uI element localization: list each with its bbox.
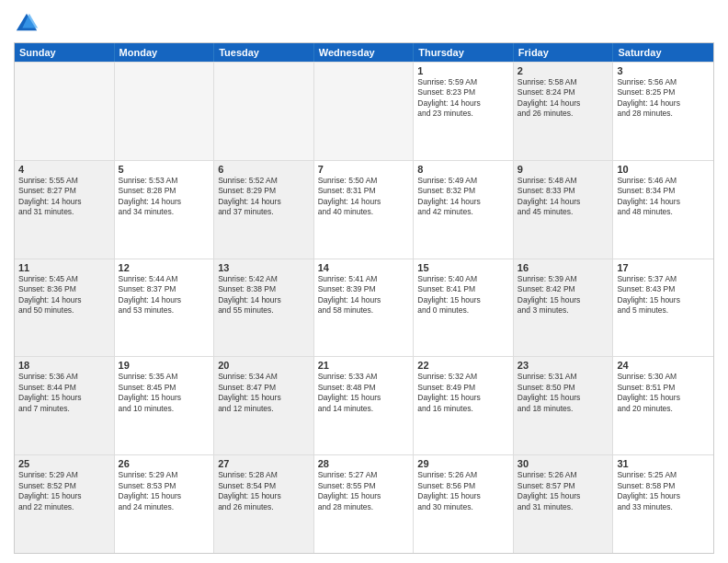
calendar-cell-1-6: 10Sunrise: 5:46 AM Sunset: 8:34 PM Dayli… xyxy=(613,161,713,259)
day-number: 26 xyxy=(119,458,210,469)
cell-info: Sunrise: 5:29 AM Sunset: 8:53 PM Dayligh… xyxy=(119,470,210,512)
cell-info: Sunrise: 5:44 AM Sunset: 8:37 PM Dayligh… xyxy=(119,274,210,316)
calendar-cell-0-2 xyxy=(214,63,314,160)
calendar-cell-1-1: 5Sunrise: 5:53 AM Sunset: 8:28 PM Daylig… xyxy=(115,161,215,259)
calendar-cell-3-1: 19Sunrise: 5:35 AM Sunset: 8:45 PM Dayli… xyxy=(115,357,215,454)
calendar-row-2: 11Sunrise: 5:45 AM Sunset: 8:36 PM Dayli… xyxy=(15,259,713,357)
cell-info: Sunrise: 5:48 AM Sunset: 8:33 PM Dayligh… xyxy=(518,176,609,218)
calendar-cell-4-3: 28Sunrise: 5:27 AM Sunset: 8:55 PM Dayli… xyxy=(314,455,415,553)
header xyxy=(14,9,714,35)
calendar-cell-4-5: 30Sunrise: 5:26 AM Sunset: 8:57 PM Dayli… xyxy=(514,455,614,553)
day-number: 21 xyxy=(318,360,410,371)
cell-info: Sunrise: 5:41 AM Sunset: 8:39 PM Dayligh… xyxy=(318,274,410,316)
cell-info: Sunrise: 5:25 AM Sunset: 8:58 PM Dayligh… xyxy=(617,470,710,512)
day-number: 2 xyxy=(518,65,609,76)
cell-info: Sunrise: 5:28 AM Sunset: 8:54 PM Dayligh… xyxy=(218,470,310,512)
day-number: 16 xyxy=(518,262,609,273)
day-number: 25 xyxy=(18,458,110,469)
cell-info: Sunrise: 5:53 AM Sunset: 8:28 PM Dayligh… xyxy=(119,176,210,218)
cell-info: Sunrise: 5:32 AM Sunset: 8:49 PM Dayligh… xyxy=(417,372,509,414)
day-number: 6 xyxy=(218,164,310,175)
cell-info: Sunrise: 5:55 AM Sunset: 8:27 PM Dayligh… xyxy=(18,176,110,218)
calendar-cell-4-0: 25Sunrise: 5:29 AM Sunset: 8:52 PM Dayli… xyxy=(15,455,115,553)
page: SundayMondayTuesdayWednesdayThursdayFrid… xyxy=(0,0,728,563)
calendar-cell-0-0 xyxy=(15,63,115,160)
calendar-cell-1-5: 9Sunrise: 5:48 AM Sunset: 8:33 PM Daylig… xyxy=(514,161,614,259)
day-number: 10 xyxy=(617,164,710,175)
cell-info: Sunrise: 5:50 AM Sunset: 8:31 PM Dayligh… xyxy=(318,176,410,218)
cell-info: Sunrise: 5:58 AM Sunset: 8:24 PM Dayligh… xyxy=(518,77,609,120)
cell-info: Sunrise: 5:34 AM Sunset: 8:47 PM Dayligh… xyxy=(218,372,310,414)
day-number: 4 xyxy=(18,164,110,175)
cell-info: Sunrise: 5:42 AM Sunset: 8:38 PM Dayligh… xyxy=(218,274,310,316)
header-day-monday: Monday xyxy=(115,43,215,62)
calendar-cell-0-1 xyxy=(115,63,215,160)
calendar-cell-1-3: 7Sunrise: 5:50 AM Sunset: 8:31 PM Daylig… xyxy=(314,161,415,259)
calendar-cell-2-0: 11Sunrise: 5:45 AM Sunset: 8:36 PM Dayli… xyxy=(15,259,115,357)
calendar-cell-2-2: 13Sunrise: 5:42 AM Sunset: 8:38 PM Dayli… xyxy=(214,259,314,357)
day-number: 15 xyxy=(417,262,509,273)
day-number: 23 xyxy=(518,360,609,371)
calendar-cell-0-5: 2Sunrise: 5:58 AM Sunset: 8:24 PM Daylig… xyxy=(514,63,614,160)
day-number: 11 xyxy=(18,262,110,273)
cell-info: Sunrise: 5:33 AM Sunset: 8:48 PM Dayligh… xyxy=(318,372,410,414)
calendar-cell-2-1: 12Sunrise: 5:44 AM Sunset: 8:37 PM Dayli… xyxy=(115,259,215,357)
calendar-cell-3-3: 21Sunrise: 5:33 AM Sunset: 8:48 PM Dayli… xyxy=(314,357,415,454)
calendar-cell-3-2: 20Sunrise: 5:34 AM Sunset: 8:47 PM Dayli… xyxy=(214,357,314,454)
day-number: 29 xyxy=(417,458,509,469)
day-number: 13 xyxy=(218,262,310,273)
calendar: SundayMondayTuesdayWednesdayThursdayFrid… xyxy=(14,42,714,554)
header-day-friday: Friday xyxy=(514,43,614,62)
cell-info: Sunrise: 5:59 AM Sunset: 8:23 PM Dayligh… xyxy=(417,77,509,120)
calendar-row-0: 1Sunrise: 5:59 AM Sunset: 8:23 PM Daylig… xyxy=(15,62,713,160)
day-number: 31 xyxy=(617,458,710,469)
cell-info: Sunrise: 5:49 AM Sunset: 8:32 PM Dayligh… xyxy=(417,176,509,218)
day-number: 3 xyxy=(617,65,710,76)
day-number: 20 xyxy=(218,360,310,371)
cell-info: Sunrise: 5:35 AM Sunset: 8:45 PM Dayligh… xyxy=(119,372,210,414)
day-number: 28 xyxy=(318,458,410,469)
header-day-wednesday: Wednesday xyxy=(314,43,415,62)
day-number: 22 xyxy=(417,360,509,371)
cell-info: Sunrise: 5:52 AM Sunset: 8:29 PM Dayligh… xyxy=(218,176,310,218)
calendar-cell-4-6: 31Sunrise: 5:25 AM Sunset: 8:58 PM Dayli… xyxy=(613,455,713,553)
cell-info: Sunrise: 5:27 AM Sunset: 8:55 PM Dayligh… xyxy=(318,470,410,512)
day-number: 8 xyxy=(417,164,509,175)
calendar-cell-1-2: 6Sunrise: 5:52 AM Sunset: 8:29 PM Daylig… xyxy=(214,161,314,259)
cell-info: Sunrise: 5:56 AM Sunset: 8:25 PM Dayligh… xyxy=(617,77,710,120)
calendar-cell-2-3: 14Sunrise: 5:41 AM Sunset: 8:39 PM Dayli… xyxy=(314,259,415,357)
calendar-cell-2-5: 16Sunrise: 5:39 AM Sunset: 8:42 PM Dayli… xyxy=(514,259,614,357)
calendar-cell-2-4: 15Sunrise: 5:40 AM Sunset: 8:41 PM Dayli… xyxy=(414,259,514,357)
calendar-cell-3-4: 22Sunrise: 5:32 AM Sunset: 8:49 PM Dayli… xyxy=(414,357,514,454)
day-number: 12 xyxy=(119,262,210,273)
day-number: 7 xyxy=(318,164,410,175)
logo-icon xyxy=(14,9,40,35)
header-day-thursday: Thursday xyxy=(414,43,514,62)
calendar-cell-3-6: 24Sunrise: 5:30 AM Sunset: 8:51 PM Dayli… xyxy=(613,357,713,454)
cell-info: Sunrise: 5:26 AM Sunset: 8:56 PM Dayligh… xyxy=(417,470,509,512)
calendar-body: 1Sunrise: 5:59 AM Sunset: 8:23 PM Daylig… xyxy=(15,62,713,553)
calendar-row-4: 25Sunrise: 5:29 AM Sunset: 8:52 PM Dayli… xyxy=(15,454,713,553)
day-number: 5 xyxy=(119,164,210,175)
calendar-cell-1-4: 8Sunrise: 5:49 AM Sunset: 8:32 PM Daylig… xyxy=(414,161,514,259)
day-number: 17 xyxy=(617,262,710,273)
cell-info: Sunrise: 5:46 AM Sunset: 8:34 PM Dayligh… xyxy=(617,176,710,218)
header-day-tuesday: Tuesday xyxy=(214,43,314,62)
day-number: 14 xyxy=(318,262,410,273)
cell-info: Sunrise: 5:45 AM Sunset: 8:36 PM Dayligh… xyxy=(18,274,110,316)
calendar-cell-4-2: 27Sunrise: 5:28 AM Sunset: 8:54 PM Dayli… xyxy=(214,455,314,553)
calendar-cell-4-1: 26Sunrise: 5:29 AM Sunset: 8:53 PM Dayli… xyxy=(115,455,215,553)
cell-info: Sunrise: 5:29 AM Sunset: 8:52 PM Dayligh… xyxy=(18,470,110,512)
cell-info: Sunrise: 5:31 AM Sunset: 8:50 PM Dayligh… xyxy=(518,372,609,414)
calendar-row-1: 4Sunrise: 5:55 AM Sunset: 8:27 PM Daylig… xyxy=(15,160,713,259)
cell-info: Sunrise: 5:26 AM Sunset: 8:57 PM Dayligh… xyxy=(518,470,609,512)
calendar-row-3: 18Sunrise: 5:36 AM Sunset: 8:44 PM Dayli… xyxy=(15,356,713,454)
day-number: 18 xyxy=(18,360,110,371)
calendar-cell-4-4: 29Sunrise: 5:26 AM Sunset: 8:56 PM Dayli… xyxy=(414,455,514,553)
cell-info: Sunrise: 5:37 AM Sunset: 8:43 PM Dayligh… xyxy=(617,274,710,316)
cell-info: Sunrise: 5:40 AM Sunset: 8:41 PM Dayligh… xyxy=(417,274,509,316)
day-number: 1 xyxy=(417,65,509,76)
header-day-saturday: Saturday xyxy=(613,43,713,62)
calendar-cell-2-6: 17Sunrise: 5:37 AM Sunset: 8:43 PM Dayli… xyxy=(613,259,713,357)
calendar-cell-3-5: 23Sunrise: 5:31 AM Sunset: 8:50 PM Dayli… xyxy=(514,357,614,454)
